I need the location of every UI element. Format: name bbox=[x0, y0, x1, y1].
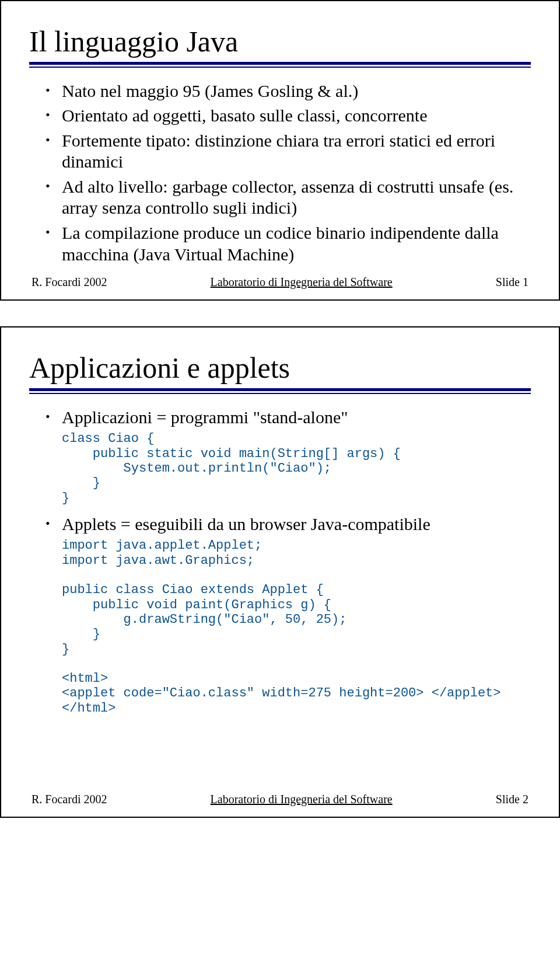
bullet-item: Nato nel maggio 95 (James Gosling & al.) bbox=[46, 81, 531, 102]
bullet-item: Applicazioni = programmi "stand-alone" bbox=[46, 407, 531, 428]
footer-slide-number: Slide 2 bbox=[496, 793, 528, 806]
bullet-list: Applicazioni = programmi "stand-alone" bbox=[29, 407, 531, 428]
slide-1: Il linguaggio Java Nato nel maggio 95 (J… bbox=[0, 0, 560, 301]
footer-slide-number: Slide 1 bbox=[496, 276, 528, 289]
slide-footer: R. Focardi 2002 Laboratorio di Ingegneri… bbox=[29, 276, 531, 289]
footer-author: R. Focardi 2002 bbox=[32, 276, 107, 289]
bullet-item: Orientato ad oggetti, basato sulle class… bbox=[46, 105, 531, 127]
bullet-list: Applets = eseguibili da un browser Java-… bbox=[29, 514, 531, 535]
slide-title: Applicazioni e applets bbox=[29, 351, 531, 385]
title-rule bbox=[29, 388, 531, 394]
code-sample-app: class Ciao { public static void main(Str… bbox=[62, 431, 531, 505]
code-sample-applet: import java.applet.Applet; import java.a… bbox=[62, 538, 531, 716]
bullet-item: Fortemente tipato: distinzione chiara tr… bbox=[46, 130, 531, 173]
bullet-item: La compilazione produce un codice binari… bbox=[46, 222, 531, 265]
slide-footer: R. Focardi 2002 Laboratorio di Ingegneri… bbox=[29, 793, 531, 806]
bullet-item: Applets = eseguibili da un browser Java-… bbox=[46, 514, 531, 535]
slide-2: Applicazioni e applets Applicazioni = pr… bbox=[0, 326, 560, 818]
bullet-list: Nato nel maggio 95 (James Gosling & al.)… bbox=[29, 81, 531, 266]
bullet-item: Ad alto livello: garbage collector, asse… bbox=[46, 176, 531, 219]
footer-author: R. Focardi 2002 bbox=[32, 793, 107, 806]
title-rule bbox=[29, 62, 531, 68]
slide-title: Il linguaggio Java bbox=[29, 25, 531, 58]
footer-course: Laboratorio di Ingegneria del Software bbox=[211, 793, 393, 806]
footer-course: Laboratorio di Ingegneria del Software bbox=[211, 276, 393, 289]
